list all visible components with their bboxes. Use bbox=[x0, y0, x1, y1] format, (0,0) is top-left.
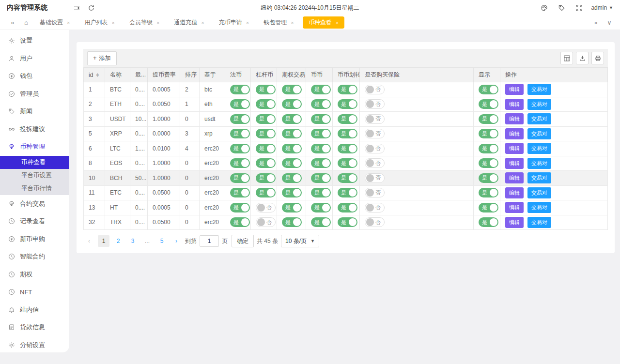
fiat-toggle-on[interactable]: 是 bbox=[230, 85, 250, 94]
sidebar-item-站内信[interactable]: 站内信 bbox=[0, 301, 69, 319]
trading-pair-button[interactable]: 交易对 bbox=[527, 84, 551, 95]
goto-confirm-button[interactable]: 确定 bbox=[232, 235, 254, 247]
edit-button[interactable]: 编辑 bbox=[505, 187, 524, 198]
fiat-toggle-on[interactable]: 是 bbox=[230, 173, 250, 183]
edit-button[interactable]: 编辑 bbox=[505, 99, 524, 110]
leverage-toggle-on[interactable]: 是 bbox=[256, 99, 276, 109]
sidebar-item-管理员[interactable]: 管理员 bbox=[0, 85, 69, 103]
tabs-menu-icon[interactable]: ∨ bbox=[604, 19, 615, 26]
sidebar-item-记录查看[interactable]: 记录查看 bbox=[0, 212, 69, 230]
option-trade-toggle-on[interactable]: 是 bbox=[282, 173, 302, 183]
leverage-toggle-on[interactable]: 是 bbox=[256, 129, 276, 138]
tab-item[interactable]: 基础设置× bbox=[34, 16, 76, 29]
option-trade-toggle-on[interactable]: 是 bbox=[282, 188, 302, 197]
trading-pair-button[interactable]: 交易对 bbox=[527, 217, 551, 228]
fiat-toggle-on[interactable]: 是 bbox=[230, 99, 250, 109]
spot-transfer-toggle-on[interactable]: 是 bbox=[338, 129, 357, 138]
tab-item[interactable]: 会员等级× bbox=[124, 16, 165, 29]
leverage-toggle-on[interactable]: 是 bbox=[256, 188, 276, 197]
user-menu[interactable]: admin ▼ bbox=[591, 4, 613, 11]
visible-toggle-on[interactable]: 是 bbox=[479, 129, 498, 138]
tab-item[interactable]: 钱包管理× bbox=[258, 16, 299, 29]
trading-pair-button[interactable]: 交易对 bbox=[527, 113, 551, 124]
leverage-toggle-on[interactable]: 是 bbox=[256, 173, 276, 183]
tab-close-icon[interactable]: × bbox=[111, 20, 114, 26]
tab-close-icon[interactable]: × bbox=[336, 20, 339, 26]
sidebar-subitem-平台币行情[interactable]: 平台币行情 bbox=[0, 182, 69, 195]
spot-transfer-toggle-on[interactable]: 是 bbox=[338, 144, 357, 153]
edit-button[interactable]: 编辑 bbox=[505, 143, 524, 154]
spot-transfer-toggle-on[interactable]: 是 bbox=[338, 173, 357, 183]
sidebar-subitem-平台币设置[interactable]: 平台币设置 bbox=[0, 169, 69, 182]
insurance-toggle-off[interactable]: 否 bbox=[365, 158, 385, 168]
sidebar-item-分销设置[interactable]: 分销设置 bbox=[0, 336, 69, 353]
fiat-toggle-on[interactable]: 是 bbox=[230, 144, 250, 153]
tab-close-icon[interactable]: × bbox=[246, 20, 249, 26]
insurance-toggle-off[interactable]: 否 bbox=[365, 114, 385, 124]
fiat-toggle-on[interactable]: 是 bbox=[230, 114, 250, 124]
option-trade-toggle-on[interactable]: 是 bbox=[282, 217, 302, 227]
sidebar-item-设置[interactable]: 设置 bbox=[0, 32, 69, 50]
fullscreen-icon[interactable] bbox=[574, 0, 584, 15]
home-tab-icon[interactable]: ⌂ bbox=[20, 19, 32, 26]
sidebar-subitem-币种查看[interactable]: 币种查看 bbox=[0, 156, 69, 169]
tab-item[interactable]: 充币申请× bbox=[213, 16, 255, 29]
insurance-toggle-off[interactable]: 否 bbox=[365, 144, 385, 153]
trading-pair-button[interactable]: 交易对 bbox=[527, 128, 551, 139]
visible-toggle-on[interactable]: 是 bbox=[479, 144, 498, 153]
insurance-toggle-off[interactable]: 否 bbox=[365, 173, 385, 183]
tabs-scroll-left-icon[interactable]: « bbox=[7, 19, 18, 26]
trading-pair-button[interactable]: 交易对 bbox=[527, 143, 551, 154]
tab-close-icon[interactable]: × bbox=[291, 20, 294, 26]
fiat-toggle-on[interactable]: 是 bbox=[230, 129, 250, 138]
insurance-toggle-off[interactable]: 否 bbox=[365, 203, 385, 212]
fiat-toggle-on[interactable]: 是 bbox=[230, 203, 250, 212]
option-trade-toggle-on[interactable]: 是 bbox=[282, 114, 302, 124]
edit-button[interactable]: 编辑 bbox=[505, 113, 524, 124]
leverage-toggle-on[interactable]: 是 bbox=[256, 144, 276, 153]
prev-page-button[interactable]: ‹ bbox=[83, 235, 95, 247]
spot-toggle-on[interactable]: 是 bbox=[311, 217, 331, 227]
sidebar-item-钱包[interactable]: 钱包 bbox=[0, 67, 69, 85]
option-trade-toggle-on[interactable]: 是 bbox=[282, 144, 302, 153]
spot-transfer-toggle-on[interactable]: 是 bbox=[338, 158, 357, 168]
insurance-toggle-off[interactable]: 否 bbox=[365, 129, 385, 138]
tab-active[interactable]: 币种查看× bbox=[303, 16, 344, 29]
filter-columns-button[interactable] bbox=[560, 52, 573, 64]
insurance-toggle-off[interactable]: 否 bbox=[365, 188, 385, 197]
page-button-3[interactable]: 3 bbox=[127, 235, 139, 247]
spot-toggle-on[interactable]: 是 bbox=[311, 188, 331, 197]
print-button[interactable] bbox=[591, 52, 604, 64]
collapse-menu-icon[interactable] bbox=[69, 0, 84, 15]
visible-toggle-on[interactable]: 是 bbox=[479, 114, 498, 124]
page-button-1[interactable]: 1 bbox=[98, 235, 109, 247]
next-page-button[interactable]: › bbox=[170, 235, 182, 247]
sidebar-item-NFT[interactable]: NFT bbox=[0, 283, 69, 301]
spot-transfer-toggle-on[interactable]: 是 bbox=[338, 85, 357, 94]
visible-toggle-on[interactable]: 是 bbox=[479, 188, 498, 197]
spot-toggle-on[interactable]: 是 bbox=[311, 203, 331, 212]
spot-toggle-on[interactable]: 是 bbox=[311, 99, 331, 109]
option-trade-toggle-on[interactable]: 是 bbox=[282, 85, 302, 94]
refresh-icon[interactable] bbox=[84, 0, 98, 15]
theme-palette-icon[interactable] bbox=[539, 0, 549, 15]
sidebar-item-用户[interactable]: 用户 bbox=[0, 50, 69, 68]
edit-button[interactable]: 编辑 bbox=[505, 158, 524, 169]
column-header-id[interactable]: id▲▼ bbox=[84, 68, 105, 82]
spot-transfer-toggle-on[interactable]: 是 bbox=[338, 203, 357, 212]
tab-close-icon[interactable]: × bbox=[67, 20, 70, 26]
add-button[interactable]: + 添加 bbox=[87, 51, 117, 65]
spot-transfer-toggle-on[interactable]: 是 bbox=[338, 188, 357, 197]
visible-toggle-on[interactable]: 是 bbox=[479, 173, 498, 183]
option-trade-toggle-on[interactable]: 是 bbox=[282, 99, 302, 109]
spot-toggle-on[interactable]: 是 bbox=[311, 129, 331, 138]
leverage-toggle-on[interactable]: 是 bbox=[256, 85, 276, 94]
spot-toggle-on[interactable]: 是 bbox=[311, 158, 331, 168]
sidebar-item-新币申购[interactable]: 新币申购 bbox=[0, 230, 69, 248]
sidebar-item-期权[interactable]: 期权 bbox=[0, 266, 69, 284]
sidebar-item-合约交易[interactable]: 合约交易 bbox=[0, 195, 69, 213]
tab-close-icon[interactable]: × bbox=[201, 20, 204, 26]
edit-button[interactable]: 编辑 bbox=[505, 202, 524, 213]
fiat-toggle-on[interactable]: 是 bbox=[230, 158, 250, 168]
trading-pair-button[interactable]: 交易对 bbox=[527, 202, 551, 213]
